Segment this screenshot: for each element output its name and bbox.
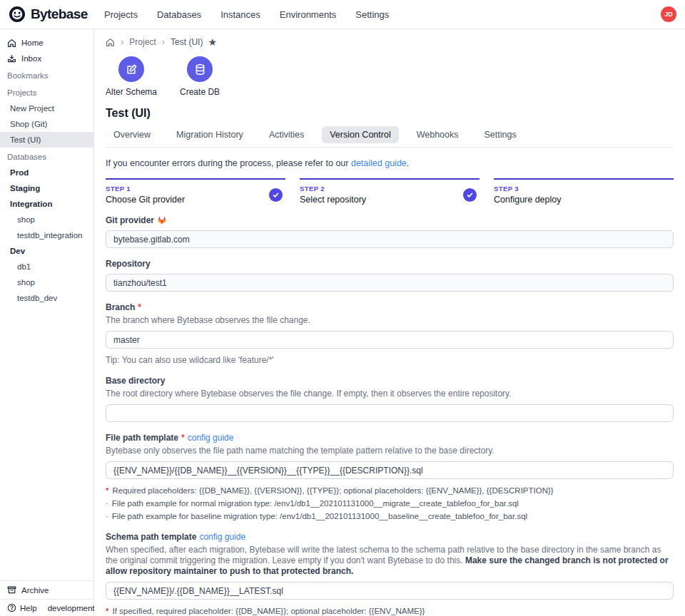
- edit-icon: [118, 56, 144, 82]
- intro-text: If you encounter errors during the proce…: [106, 158, 351, 168]
- sidebar-item-inbox[interactable]: Inbox: [0, 51, 93, 66]
- label-text: Repository: [106, 259, 151, 269]
- label-text: Git provider: [106, 215, 154, 225]
- base-directory-input[interactable]: [106, 404, 674, 422]
- intro-suffix: .: [407, 158, 409, 168]
- label-text: Schema path template: [106, 532, 196, 542]
- required-asterisk: *: [181, 433, 185, 443]
- sidebar-db-testdb-integration[interactable]: testdb_integration: [0, 227, 93, 243]
- field-schema-path-template: Schema path template config guide When s…: [106, 532, 674, 616]
- archive-icon: [7, 585, 16, 595]
- label-text: Base directory: [106, 376, 165, 386]
- step-label: STEP 3: [494, 185, 562, 192]
- breadcrumb-home-icon[interactable]: [106, 38, 115, 47]
- sidebar-env-staging[interactable]: Staging: [0, 180, 93, 196]
- nav-instances[interactable]: Instances: [220, 9, 260, 20]
- detailed-guide-link[interactable]: detailed guide: [351, 158, 407, 168]
- help-label: Help: [20, 604, 37, 612]
- tab-version-control[interactable]: Version Control: [322, 126, 398, 143]
- field-file-path-template: File path template * config guide Byteba…: [106, 433, 674, 521]
- tab-bar: Overview Migration History Activities Ve…: [106, 126, 674, 148]
- required-asterisk: *: [138, 302, 141, 312]
- tab-overview[interactable]: Overview: [106, 126, 158, 143]
- alter-schema-button[interactable]: Alter Schema: [106, 56, 157, 97]
- sidebar: Home Inbox Bookmarks Projects New Projec…: [0, 29, 94, 616]
- step-title: Choose Git provider: [106, 195, 185, 205]
- note-text: File path example for normal migration t…: [112, 499, 519, 508]
- base-directory-label: Base directory: [106, 376, 674, 386]
- field-base-directory: Base directory The root directory where …: [106, 376, 674, 422]
- sidebar-footer: Help development: [0, 599, 93, 616]
- brand-name: Bytebase: [31, 6, 88, 22]
- field-branch: Branch * The branch where Bytebase obser…: [106, 302, 674, 365]
- bytebase-logo-icon: [9, 6, 26, 23]
- help-icon: [7, 603, 16, 612]
- file-path-template-input[interactable]: [106, 461, 674, 479]
- schema-path-template-input[interactable]: [106, 582, 674, 600]
- create-db-button[interactable]: Create DB: [180, 56, 220, 97]
- tab-webhooks[interactable]: Webhooks: [409, 126, 467, 143]
- sidebar-db-dev-shop[interactable]: shop: [0, 274, 93, 290]
- branch-input[interactable]: [106, 331, 674, 349]
- bytebase-logo[interactable]: Bytebase: [9, 6, 96, 23]
- git-provider-input[interactable]: [106, 230, 674, 248]
- config-guide-link[interactable]: config guide: [188, 433, 234, 443]
- breadcrumb-project[interactable]: Project: [129, 37, 156, 47]
- base-directory-description: The root directory where Bytebase observ…: [106, 389, 674, 399]
- step-title: Configure deploy: [494, 195, 562, 205]
- sidebar-item-shop-git[interactable]: Shop (Git): [0, 116, 93, 132]
- page-title: Test (UI): [106, 107, 674, 120]
- top-nav-links: Projects Databases Instances Environment…: [104, 9, 661, 20]
- nav-settings[interactable]: Settings: [355, 9, 389, 20]
- top-navbar: Bytebase Projects Databases Instances En…: [0, 0, 685, 29]
- step-label: STEP 1: [106, 185, 185, 192]
- note-text: Required placeholders: {{DB_NAME}}, {{VE…: [112, 486, 553, 496]
- sidebar-item-archive[interactable]: Archive: [0, 580, 93, 599]
- help-button[interactable]: Help: [7, 603, 37, 612]
- step-3: STEP 3 Configure deploy: [494, 178, 674, 205]
- tab-migration-history[interactable]: Migration History: [168, 126, 251, 143]
- schema-path-template-label: Schema path template config guide: [106, 532, 674, 542]
- sidebar-item-test-ui[interactable]: Test (UI): [0, 132, 93, 148]
- gitlab-icon: [157, 215, 167, 225]
- step-title: Select repository: [300, 195, 366, 205]
- repository-input[interactable]: [106, 274, 674, 292]
- required-asterisk: *: [106, 486, 108, 496]
- sidebar-env-integration[interactable]: Integration: [0, 196, 93, 212]
- tab-activities[interactable]: Activities: [261, 126, 312, 143]
- sidebar-item-new-project[interactable]: New Project: [0, 101, 93, 116]
- nav-projects[interactable]: Projects: [104, 9, 138, 20]
- home-icon: [7, 38, 16, 48]
- user-avatar[interactable]: JD: [661, 6, 676, 22]
- sidebar-db-testdb-dev[interactable]: testdb_dev: [0, 290, 93, 306]
- tab-settings[interactable]: Settings: [477, 126, 524, 143]
- quick-action-label: Create DB: [180, 87, 220, 97]
- file-path-template-label: File path template * config guide: [106, 433, 674, 443]
- chevron-right-icon: ›: [121, 38, 123, 46]
- check-icon: [269, 188, 283, 202]
- nav-environments[interactable]: Environments: [280, 9, 336, 20]
- bullet: ·: [106, 512, 108, 521]
- favorite-star-icon[interactable]: ★: [208, 36, 217, 48]
- branch-tip: Tip: You can also use wildcard like 'fea…: [106, 355, 674, 365]
- schema-path-template-description: When specified, after each migration, By…: [106, 545, 674, 577]
- file-path-template-description: Bytebase only observes the file path nam…: [106, 446, 674, 456]
- version-label: development: [48, 604, 95, 612]
- nav-databases[interactable]: Databases: [157, 9, 201, 20]
- branch-description: The branch where Bytebase observes the f…: [106, 315, 674, 326]
- sidebar-env-prod[interactable]: Prod: [0, 165, 93, 180]
- config-guide-link[interactable]: config guide: [199, 532, 245, 542]
- sidebar-env-dev[interactable]: Dev: [0, 243, 93, 259]
- sidebar-db-db1[interactable]: db1: [0, 259, 93, 274]
- step-1: STEP 1 Choose Git provider: [106, 178, 285, 205]
- step-3-text: STEP 3 Configure deploy: [494, 185, 562, 205]
- branch-label: Branch *: [106, 302, 674, 312]
- quick-action-label: Alter Schema: [106, 87, 157, 97]
- required-asterisk: *: [106, 607, 108, 616]
- sidebar-item-home[interactable]: Home: [0, 35, 93, 51]
- sidebar-nav: Home Inbox Bookmarks Projects New Projec…: [0, 29, 93, 580]
- breadcrumb-current[interactable]: Test (UI): [171, 37, 203, 47]
- sidebar-db-integration-shop[interactable]: shop: [0, 212, 93, 227]
- schema-path-required-note: * If specified, required placeholder: {{…: [106, 607, 674, 616]
- file-path-example-baseline: · File path example for baseline migrati…: [106, 512, 674, 521]
